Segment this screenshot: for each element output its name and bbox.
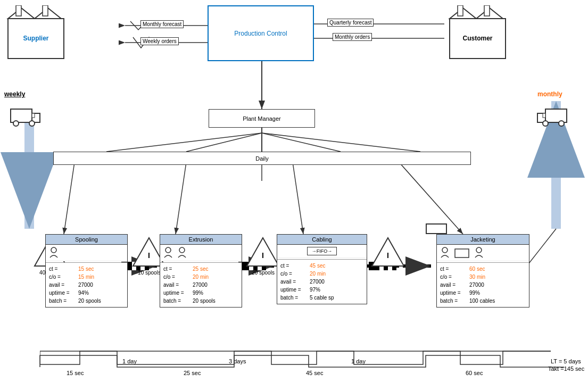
svg-line-10 xyxy=(106,133,262,152)
vsm-canvas: { "title": "Value Stream Map", "entities… xyxy=(0,0,588,382)
svg-line-16 xyxy=(176,162,186,234)
timeline-svg xyxy=(40,348,572,375)
customer-factory: Customer xyxy=(447,5,508,61)
svg-line-14 xyxy=(262,133,420,152)
supplier-truck xyxy=(8,104,43,129)
customer-label: Customer xyxy=(447,35,508,42)
svg-text:I: I xyxy=(148,251,150,260)
monthly-forecast-label: Monthly forecast xyxy=(140,20,184,28)
monthly-label: monthly xyxy=(537,90,562,98)
extrusion-process-box: Extrusion ct =25 sec c/o =20 min avail =… xyxy=(160,234,242,308)
svg-rect-51 xyxy=(484,5,490,16)
svg-line-13 xyxy=(262,133,341,152)
weekly-orders-label: Weekly orders xyxy=(140,37,179,45)
supplier-factory: Supplier xyxy=(5,5,67,61)
inventory-cabling-jacketing: I xyxy=(371,237,405,269)
svg-point-73 xyxy=(442,247,448,253)
svg-point-54 xyxy=(13,121,19,126)
svg-point-60 xyxy=(559,121,564,126)
svg-point-59 xyxy=(543,121,548,126)
daily-label: Daily xyxy=(255,155,268,162)
svg-rect-52 xyxy=(11,109,32,122)
plant-manager-label: Plant Manager xyxy=(243,115,281,122)
supplier-label: Supplier xyxy=(5,35,67,42)
svg-point-75 xyxy=(476,247,482,253)
inventory-extrusion-cabling: I 20 spools xyxy=(246,237,280,276)
svg-line-15 xyxy=(64,162,74,234)
svg-point-68 xyxy=(179,247,185,253)
quarterly-forecast-label: Quarterly forecast xyxy=(327,19,374,27)
svg-rect-57 xyxy=(545,109,567,122)
customer-truck xyxy=(535,104,569,129)
svg-line-11 xyxy=(186,133,262,152)
svg-point-55 xyxy=(29,121,35,126)
svg-line-17 xyxy=(293,162,303,234)
svg-line-41 xyxy=(527,229,556,266)
svg-rect-45 xyxy=(16,5,21,16)
daily-box: Daily xyxy=(53,152,471,165)
svg-point-64 xyxy=(51,247,56,253)
supermarket-icon xyxy=(426,223,447,234)
svg-rect-61 xyxy=(543,113,545,118)
svg-rect-74 xyxy=(455,249,469,258)
production-control-label: Production Control xyxy=(234,30,287,37)
cabling-process-box: Cabling →FIFO→ ct =45 sec c/o =20 min av… xyxy=(277,234,367,304)
spooling-process-box: Spooling ct =15 sec c/o =15 min avail =2… xyxy=(45,234,128,308)
svg-rect-46 xyxy=(43,5,48,16)
monthly-orders-label: Monthly orders xyxy=(333,33,372,41)
weekly-label: weekly xyxy=(4,90,25,98)
svg-rect-56 xyxy=(32,113,35,118)
svg-text:I: I xyxy=(387,251,389,260)
svg-point-67 xyxy=(165,247,171,253)
svg-rect-50 xyxy=(458,5,463,16)
svg-text:I: I xyxy=(262,251,264,260)
jacketing-process-box: Jacketing ct =60 sec c/o =30 min avail =… xyxy=(436,234,529,308)
plant-manager-box: Plant Manager xyxy=(209,109,315,128)
production-control-box: Production Control xyxy=(208,5,314,61)
